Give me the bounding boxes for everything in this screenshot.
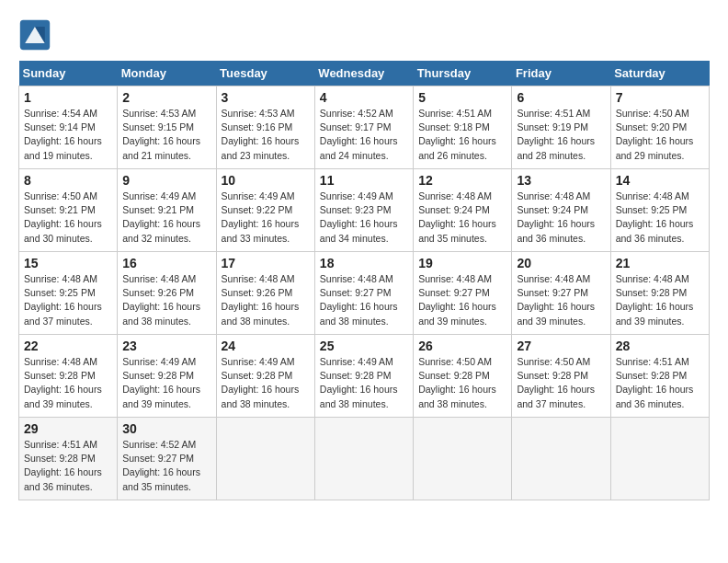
calendar-cell: 5Sunrise: 4:51 AMSunset: 9:18 PMDaylight…: [414, 86, 512, 169]
calendar-table: SundayMondayTuesdayWednesdayThursdayFrid…: [18, 61, 710, 500]
day-number: 3: [222, 90, 310, 105]
calendar-cell: 4Sunrise: 4:52 AMSunset: 9:17 PMDaylight…: [314, 86, 413, 169]
day-info: Sunrise: 4:49 AMSunset: 9:23 PMDaylight:…: [320, 190, 408, 246]
weekday-header-saturday: Saturday: [610, 61, 709, 86]
calendar-cell: 27Sunrise: 4:50 AMSunset: 9:28 PMDayligh…: [512, 335, 610, 418]
day-number: 5: [418, 90, 506, 105]
calendar-cell: 15Sunrise: 4:48 AMSunset: 9:25 PMDayligh…: [19, 252, 118, 335]
calendar-cell: 28Sunrise: 4:51 AMSunset: 9:28 PMDayligh…: [610, 335, 709, 418]
calendar-cell: [610, 418, 709, 500]
calendar-cell: 2Sunrise: 4:53 AMSunset: 9:15 PMDaylight…: [118, 86, 216, 169]
logo-icon: [18, 18, 51, 52]
day-number: 8: [24, 173, 112, 188]
day-number: 21: [616, 256, 704, 270]
day-info: Sunrise: 4:51 AMSunset: 9:28 PMDaylight:…: [24, 438, 112, 494]
day-number: 12: [418, 173, 506, 188]
calendar-cell: 26Sunrise: 4:50 AMSunset: 9:28 PMDayligh…: [414, 335, 512, 418]
calendar-cell: 6Sunrise: 4:51 AMSunset: 9:19 PMDaylight…: [512, 86, 610, 169]
day-info: Sunrise: 4:49 AMSunset: 9:28 PMDaylight:…: [222, 355, 310, 411]
day-number: 24: [222, 339, 310, 353]
day-number: 22: [24, 339, 112, 353]
calendar-cell: 16Sunrise: 4:48 AMSunset: 9:26 PMDayligh…: [118, 252, 216, 335]
day-info: Sunrise: 4:50 AMSunset: 9:28 PMDaylight:…: [517, 355, 605, 411]
day-number: 9: [122, 173, 210, 188]
calendar-cell: [414, 418, 512, 500]
weekday-header-sunday: Sunday: [19, 61, 118, 86]
day-number: 26: [418, 339, 506, 353]
day-info: Sunrise: 4:53 AMSunset: 9:16 PMDaylight:…: [222, 107, 310, 163]
calendar-cell: 22Sunrise: 4:48 AMSunset: 9:28 PMDayligh…: [19, 335, 118, 418]
day-number: 11: [320, 173, 408, 188]
calendar-cell: 12Sunrise: 4:48 AMSunset: 9:24 PMDayligh…: [414, 169, 512, 252]
day-number: 2: [122, 90, 210, 105]
calendar-cell: 30Sunrise: 4:52 AMSunset: 9:27 PMDayligh…: [118, 418, 216, 500]
day-info: Sunrise: 4:48 AMSunset: 9:26 PMDaylight:…: [122, 272, 210, 328]
calendar-cell: 8Sunrise: 4:50 AMSunset: 9:21 PMDaylight…: [19, 169, 118, 252]
day-info: Sunrise: 4:48 AMSunset: 9:27 PMDaylight:…: [418, 272, 506, 328]
day-number: 17: [222, 256, 310, 270]
calendar-cell: 24Sunrise: 4:49 AMSunset: 9:28 PMDayligh…: [216, 335, 314, 418]
calendar-cell: 20Sunrise: 4:48 AMSunset: 9:27 PMDayligh…: [512, 252, 610, 335]
day-info: Sunrise: 4:48 AMSunset: 9:27 PMDaylight:…: [517, 272, 605, 328]
calendar-cell: 29Sunrise: 4:51 AMSunset: 9:28 PMDayligh…: [19, 418, 118, 500]
day-number: 13: [517, 173, 605, 188]
day-number: 7: [616, 90, 704, 105]
day-info: Sunrise: 4:49 AMSunset: 9:21 PMDaylight:…: [122, 190, 210, 246]
calendar-cell: 23Sunrise: 4:49 AMSunset: 9:28 PMDayligh…: [118, 335, 216, 418]
calendar-row: 15Sunrise: 4:48 AMSunset: 9:25 PMDayligh…: [19, 252, 710, 335]
calendar-cell: 17Sunrise: 4:48 AMSunset: 9:26 PMDayligh…: [216, 252, 314, 335]
day-info: Sunrise: 4:51 AMSunset: 9:28 PMDaylight:…: [616, 355, 704, 411]
calendar-cell: [314, 418, 413, 500]
day-number: 15: [24, 256, 112, 270]
day-info: Sunrise: 4:48 AMSunset: 9:26 PMDaylight:…: [222, 272, 310, 328]
calendar-header: SundayMondayTuesdayWednesdayThursdayFrid…: [19, 61, 710, 86]
weekday-header-wednesday: Wednesday: [314, 61, 413, 86]
day-number: 19: [418, 256, 506, 270]
day-info: Sunrise: 4:48 AMSunset: 9:28 PMDaylight:…: [616, 272, 704, 328]
day-info: Sunrise: 4:48 AMSunset: 9:27 PMDaylight:…: [320, 272, 408, 328]
day-number: 10: [222, 173, 310, 188]
day-number: 29: [24, 421, 112, 436]
day-info: Sunrise: 4:49 AMSunset: 9:28 PMDaylight:…: [122, 355, 210, 411]
day-number: 4: [320, 90, 408, 105]
day-number: 27: [517, 339, 605, 353]
weekday-header-monday: Monday: [118, 61, 216, 86]
day-number: 25: [320, 339, 408, 353]
calendar-cell: 10Sunrise: 4:49 AMSunset: 9:22 PMDayligh…: [216, 169, 314, 252]
calendar-row: 29Sunrise: 4:51 AMSunset: 9:28 PMDayligh…: [19, 418, 710, 500]
calendar-cell: 19Sunrise: 4:48 AMSunset: 9:27 PMDayligh…: [414, 252, 512, 335]
day-info: Sunrise: 4:50 AMSunset: 9:28 PMDaylight:…: [418, 355, 506, 411]
day-info: Sunrise: 4:49 AMSunset: 9:22 PMDaylight:…: [222, 190, 310, 246]
calendar-cell: 1Sunrise: 4:54 AMSunset: 9:14 PMDaylight…: [19, 86, 118, 169]
day-info: Sunrise: 4:48 AMSunset: 9:24 PMDaylight:…: [418, 190, 506, 246]
day-info: Sunrise: 4:51 AMSunset: 9:19 PMDaylight:…: [517, 107, 605, 163]
day-number: 6: [517, 90, 605, 105]
calendar-row: 22Sunrise: 4:48 AMSunset: 9:28 PMDayligh…: [19, 335, 710, 418]
weekday-header-tuesday: Tuesday: [216, 61, 314, 86]
weekday-header-friday: Friday: [512, 61, 610, 86]
day-info: Sunrise: 4:52 AMSunset: 9:27 PMDaylight:…: [122, 438, 210, 494]
day-number: 20: [517, 256, 605, 270]
calendar-cell: [512, 418, 610, 500]
day-info: Sunrise: 4:48 AMSunset: 9:24 PMDaylight:…: [517, 190, 605, 246]
day-info: Sunrise: 4:48 AMSunset: 9:25 PMDaylight:…: [616, 190, 704, 246]
day-info: Sunrise: 4:53 AMSunset: 9:15 PMDaylight:…: [122, 107, 210, 163]
day-number: 14: [616, 173, 704, 188]
calendar-cell: 25Sunrise: 4:49 AMSunset: 9:28 PMDayligh…: [314, 335, 413, 418]
weekday-header-thursday: Thursday: [414, 61, 512, 86]
day-info: Sunrise: 4:48 AMSunset: 9:28 PMDaylight:…: [24, 355, 112, 411]
day-number: 30: [122, 421, 210, 436]
day-info: Sunrise: 4:50 AMSunset: 9:21 PMDaylight:…: [24, 190, 112, 246]
calendar-cell: 9Sunrise: 4:49 AMSunset: 9:21 PMDaylight…: [118, 169, 216, 252]
day-info: Sunrise: 4:51 AMSunset: 9:18 PMDaylight:…: [418, 107, 506, 163]
calendar-cell: 11Sunrise: 4:49 AMSunset: 9:23 PMDayligh…: [314, 169, 413, 252]
calendar-cell: [216, 418, 314, 500]
calendar-cell: 18Sunrise: 4:48 AMSunset: 9:27 PMDayligh…: [314, 252, 413, 335]
calendar-cell: 21Sunrise: 4:48 AMSunset: 9:28 PMDayligh…: [610, 252, 709, 335]
calendar-cell: 7Sunrise: 4:50 AMSunset: 9:20 PMDaylight…: [610, 86, 709, 169]
day-number: 16: [122, 256, 210, 270]
calendar-cell: 13Sunrise: 4:48 AMSunset: 9:24 PMDayligh…: [512, 169, 610, 252]
page-header: [18, 18, 710, 52]
day-info: Sunrise: 4:50 AMSunset: 9:20 PMDaylight:…: [616, 107, 704, 163]
day-info: Sunrise: 4:54 AMSunset: 9:14 PMDaylight:…: [24, 107, 112, 163]
